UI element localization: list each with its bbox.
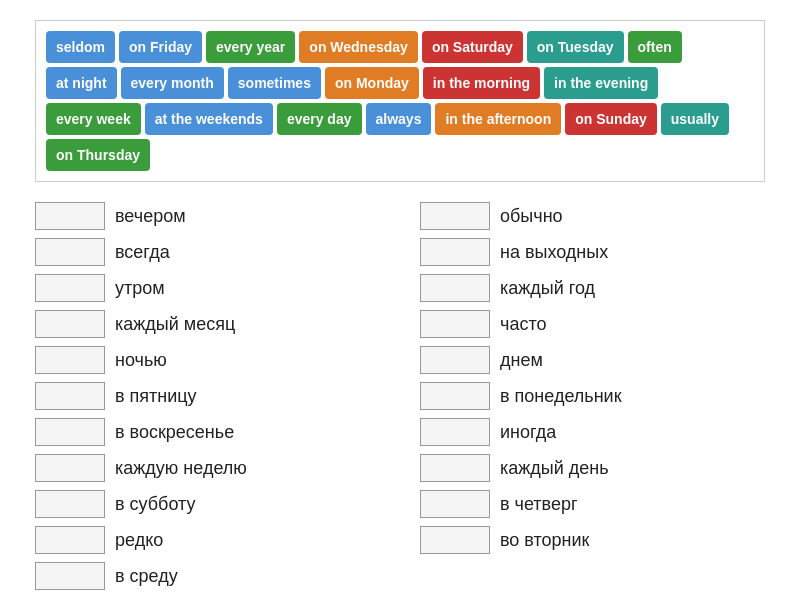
right-label-2: каждый год	[500, 278, 595, 299]
right-label-9: во вторник	[500, 530, 589, 551]
left-label-9: редко	[115, 530, 163, 551]
match-row: в пятницу	[35, 382, 380, 410]
left-drop-box-0[interactable]	[35, 202, 105, 230]
right-drop-box-4[interactable]	[420, 346, 490, 374]
left-drop-box-9[interactable]	[35, 526, 105, 554]
right-drop-box-7[interactable]	[420, 454, 490, 482]
match-row: вечером	[35, 202, 380, 230]
match-row: каждую неделю	[35, 454, 380, 482]
tag-17[interactable]: in the afternoon	[435, 103, 561, 135]
right-label-3: часто	[500, 314, 546, 335]
tag-4[interactable]: on Saturday	[422, 31, 523, 63]
tag-7[interactable]: at night	[46, 67, 117, 99]
tag-19[interactable]: usually	[661, 103, 729, 135]
right-label-6: иногда	[500, 422, 556, 443]
right-label-7: каждый день	[500, 458, 609, 479]
match-row: днем	[420, 346, 765, 374]
left-label-5: в пятницу	[115, 386, 197, 407]
left-label-2: утром	[115, 278, 165, 299]
left-drop-box-4[interactable]	[35, 346, 105, 374]
left-label-3: каждый месяц	[115, 314, 235, 335]
tag-12[interactable]: in the evening	[544, 67, 658, 99]
left-drop-box-8[interactable]	[35, 490, 105, 518]
left-drop-box-6[interactable]	[35, 418, 105, 446]
match-row: в четверг	[420, 490, 765, 518]
match-row: в понедельник	[420, 382, 765, 410]
left-column: вечеромвсегдаутромкаждый месяцночьюв пят…	[35, 202, 380, 590]
tag-2[interactable]: every year	[206, 31, 295, 63]
match-row: редко	[35, 526, 380, 554]
match-row: всегда	[35, 238, 380, 266]
right-label-1: на выходных	[500, 242, 608, 263]
right-drop-box-2[interactable]	[420, 274, 490, 302]
tag-14[interactable]: at the weekends	[145, 103, 273, 135]
left-label-6: в воскресенье	[115, 422, 234, 443]
left-drop-box-1[interactable]	[35, 238, 105, 266]
match-row: в воскресенье	[35, 418, 380, 446]
match-row: ночью	[35, 346, 380, 374]
tags-container: seldomon Fridayevery yearon Wednesdayon …	[35, 20, 765, 182]
tag-6[interactable]: often	[628, 31, 682, 63]
tag-0[interactable]: seldom	[46, 31, 115, 63]
match-row: во вторник	[420, 526, 765, 554]
tag-11[interactable]: in the morning	[423, 67, 540, 99]
left-label-10: в среду	[115, 566, 178, 587]
tag-18[interactable]: on Sunday	[565, 103, 657, 135]
match-row: в субботу	[35, 490, 380, 518]
right-drop-box-5[interactable]	[420, 382, 490, 410]
tag-16[interactable]: always	[366, 103, 432, 135]
match-row: в среду	[35, 562, 380, 590]
left-label-0: вечером	[115, 206, 186, 227]
right-drop-box-6[interactable]	[420, 418, 490, 446]
right-label-4: днем	[500, 350, 543, 371]
match-row: обычно	[420, 202, 765, 230]
match-row: на выходных	[420, 238, 765, 266]
tag-13[interactable]: every week	[46, 103, 141, 135]
left-label-7: каждую неделю	[115, 458, 247, 479]
right-drop-box-0[interactable]	[420, 202, 490, 230]
left-drop-box-10[interactable]	[35, 562, 105, 590]
match-row: каждый год	[420, 274, 765, 302]
match-row: часто	[420, 310, 765, 338]
tag-5[interactable]: on Tuesday	[527, 31, 624, 63]
right-drop-box-3[interactable]	[420, 310, 490, 338]
tag-10[interactable]: on Monday	[325, 67, 419, 99]
matching-area: вечеромвсегдаутромкаждый месяцночьюв пят…	[35, 202, 765, 590]
left-label-8: в субботу	[115, 494, 195, 515]
tag-9[interactable]: sometimes	[228, 67, 321, 99]
match-row: каждый месяц	[35, 310, 380, 338]
left-drop-box-3[interactable]	[35, 310, 105, 338]
left-drop-box-7[interactable]	[35, 454, 105, 482]
right-label-8: в четверг	[500, 494, 578, 515]
tag-15[interactable]: every day	[277, 103, 362, 135]
left-label-4: ночью	[115, 350, 167, 371]
tag-1[interactable]: on Friday	[119, 31, 202, 63]
right-column: обычнона выходныхкаждый годчастоднемв по…	[420, 202, 765, 590]
right-drop-box-9[interactable]	[420, 526, 490, 554]
left-drop-box-2[interactable]	[35, 274, 105, 302]
tag-3[interactable]: on Wednesday	[299, 31, 418, 63]
left-label-1: всегда	[115, 242, 170, 263]
right-drop-box-8[interactable]	[420, 490, 490, 518]
right-drop-box-1[interactable]	[420, 238, 490, 266]
tag-20[interactable]: on Thursday	[46, 139, 150, 171]
match-row: утром	[35, 274, 380, 302]
match-row: иногда	[420, 418, 765, 446]
left-drop-box-5[interactable]	[35, 382, 105, 410]
right-label-5: в понедельник	[500, 386, 622, 407]
right-label-0: обычно	[500, 206, 563, 227]
match-row: каждый день	[420, 454, 765, 482]
tag-8[interactable]: every month	[121, 67, 224, 99]
